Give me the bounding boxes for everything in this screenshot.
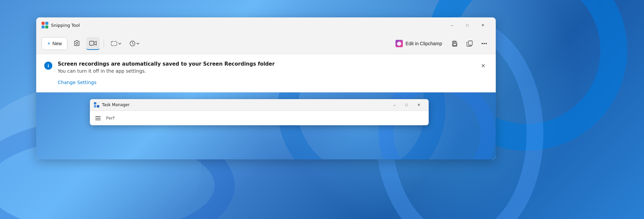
svg-rect-6	[111, 42, 117, 46]
app-title: Snipping Tool	[51, 23, 80, 28]
task-manager-maximize[interactable]: □	[400, 100, 413, 110]
svg-rect-0	[42, 22, 45, 25]
region-icon	[111, 41, 117, 47]
plus-icon: +	[47, 41, 50, 47]
svg-rect-1	[45, 22, 48, 25]
task-manager-minimize[interactable]: –	[388, 100, 400, 110]
edit-clipchamp-label: Edit in Clipchamp	[406, 41, 442, 46]
svg-rect-2	[42, 25, 45, 28]
tm-hamburger-icon	[95, 116, 101, 120]
task-manager-close[interactable]: ✕	[413, 100, 425, 110]
content-area: i Screen recordings are automatically sa…	[36, 54, 496, 159]
new-button[interactable]: + New	[42, 37, 67, 50]
svg-rect-9	[453, 44, 457, 46]
svg-rect-10	[469, 41, 472, 45]
info-banner-title: Screen recordings are automatically save…	[58, 61, 473, 67]
tm-partial-label: Perf	[106, 116, 114, 121]
task-manager-icon	[94, 102, 99, 107]
toolbar: + New	[36, 33, 496, 54]
preview-area: Task Manager – □ ✕	[36, 92, 496, 159]
chevron-down-icon	[118, 43, 121, 45]
clipchamp-icon	[395, 40, 403, 47]
snipping-tool-window: Snipping Tool – □ ✕ + New	[36, 17, 496, 159]
info-banner-subtitle: You can turn it off in the app settings.	[58, 68, 473, 74]
record-button[interactable]	[86, 37, 100, 50]
task-manager-controls: – □ ✕	[388, 100, 425, 110]
title-bar-left: Snipping Tool	[42, 22, 80, 28]
more-options-button[interactable]: •••	[478, 38, 490, 50]
copy-icon	[467, 41, 473, 47]
camera-icon	[73, 40, 80, 47]
svg-rect-5	[90, 41, 94, 45]
app-icon	[42, 22, 48, 28]
video-icon	[89, 40, 97, 46]
close-button[interactable]: ✕	[475, 20, 490, 30]
task-manager-content: Perf	[90, 111, 429, 125]
task-manager-title-left: Task Manager	[94, 102, 129, 107]
chevron-down-icon-2	[136, 43, 140, 45]
svg-rect-3	[45, 25, 48, 28]
task-manager-title-bar: Task Manager – □ ✕	[90, 99, 429, 111]
clock-icon	[129, 41, 136, 47]
save-icon	[452, 41, 458, 47]
info-banner-close-button[interactable]: ✕	[478, 61, 488, 70]
title-bar-controls: – □ ✕	[444, 20, 490, 30]
edit-clipchamp-button[interactable]: Edit in Clipchamp	[391, 38, 446, 50]
minimize-button[interactable]: –	[444, 20, 460, 30]
mode-selector[interactable]	[108, 37, 124, 50]
save-button[interactable]	[449, 38, 461, 50]
new-label: New	[52, 41, 62, 46]
task-manager-title-text: Task Manager	[102, 102, 129, 107]
svg-point-4	[76, 42, 78, 44]
title-bar: Snipping Tool – □ ✕	[36, 17, 496, 33]
maximize-button[interactable]: □	[460, 20, 475, 30]
info-banner: i Screen recordings are automatically sa…	[36, 54, 496, 92]
task-manager-preview-window: Task Manager – □ ✕	[90, 99, 429, 125]
delay-selector[interactable]	[127, 37, 142, 50]
change-settings-link[interactable]: Change Settings	[58, 80, 96, 85]
toolbar-separator-1	[104, 40, 104, 48]
screenshot-button[interactable]	[70, 37, 84, 50]
svg-rect-8	[453, 41, 455, 43]
more-options-label: •••	[481, 41, 487, 46]
info-icon: i	[44, 62, 52, 70]
info-content: Screen recordings are automatically save…	[58, 61, 473, 85]
copy-button[interactable]	[464, 38, 476, 50]
toolbar-right: Edit in Clipchamp •••	[391, 38, 490, 50]
